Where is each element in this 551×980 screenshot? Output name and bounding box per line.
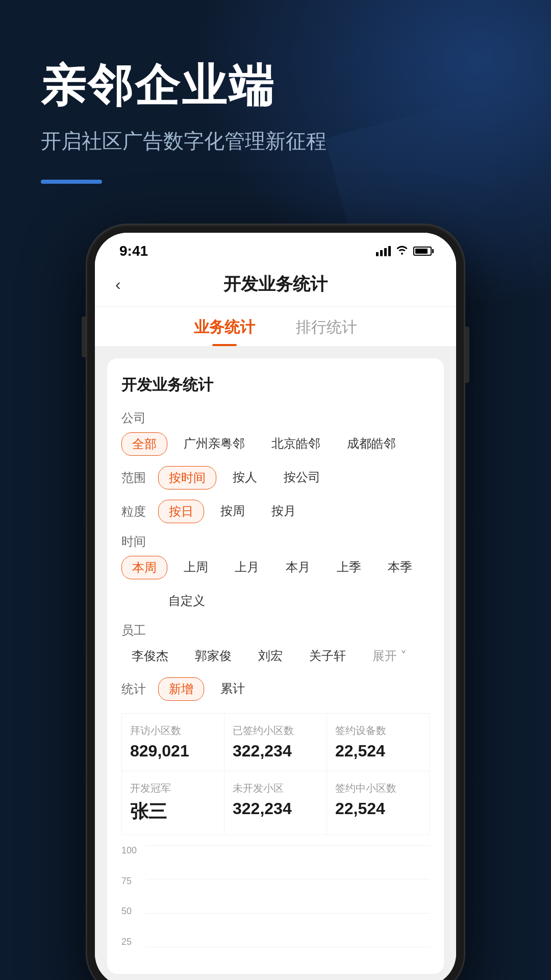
metric-cell-3: 签约设备数 22,524 <box>327 714 430 771</box>
time-custom-row: 自定义 <box>121 590 430 612</box>
metric-cell-4: 开发冠军 张三 <box>122 771 224 835</box>
tag-stats-total[interactable]: 累计 <box>210 677 255 701</box>
chart-y-labels: 100 75 50 25 <box>121 845 141 958</box>
stats-tags: 新增 累计 <box>158 677 255 701</box>
metric-label-2: 已签约小区数 <box>233 724 318 738</box>
staff-tags: 李俊杰 郭家俊 刘宏 关子轩 展开 ˅ <box>121 645 417 667</box>
tag-range-company[interactable]: 按公司 <box>273 466 331 489</box>
tag-staff-expand[interactable]: 展开 ˅ <box>362 645 417 667</box>
stats-type-filter-row: 统计 新增 累计 <box>121 677 430 701</box>
metric-label-1: 拜访小区数 <box>130 724 216 738</box>
y-label-100: 100 <box>121 845 137 856</box>
company-label: 公司 <box>121 410 152 426</box>
stats-card: 开发业务统计 公司 全部 广州亲粤邻 北京皓邻 成都皓邻 范围 <box>107 358 444 974</box>
metric-value-5: 322,234 <box>233 799 318 818</box>
phone-screen: 9:41 <box>95 233 456 980</box>
chart-area: 100 75 50 25 <box>121 845 430 958</box>
metric-label-6: 签约中小区数 <box>335 781 421 795</box>
tag-gran-day[interactable]: 按日 <box>158 500 204 523</box>
time-tags: 本周 上周 上月 本月 上季 本季 <box>121 556 422 579</box>
granularity-label: 粒度 <box>121 503 152 520</box>
tag-staff-1[interactable]: 李俊杰 <box>121 645 179 667</box>
range-label: 范围 <box>121 470 152 486</box>
metric-cell-1: 拜访小区数 829,021 <box>122 714 224 771</box>
staff-filter-row: 员工 李俊杰 郭家俊 刘宏 关子轩 展开 ˅ <box>121 622 430 667</box>
page-title: 开发业务统计 <box>223 273 328 296</box>
company-tags: 全部 广州亲粤邻 北京皓邻 成都皓邻 <box>121 432 406 456</box>
company-filter-row: 公司 全部 广州亲粤邻 北京皓邻 成都皓邻 <box>121 410 430 456</box>
tab-bar: 业务统计 排行统计 <box>95 307 456 346</box>
tag-time-lastweek[interactable]: 上周 <box>173 556 218 579</box>
metric-cell-2: 已签约小区数 322,234 <box>224 714 327 771</box>
metrics-grid: 拜访小区数 829,021 已签约小区数 322,234 签约设备数 22,52… <box>121 713 430 835</box>
tag-time-thismonth[interactable]: 本月 <box>276 556 320 579</box>
metric-value-2: 322,234 <box>233 742 318 761</box>
tag-gran-month[interactable]: 按月 <box>261 500 306 523</box>
signal-icon <box>376 246 391 256</box>
y-label-25: 25 <box>121 937 137 947</box>
tab-ranking-stats[interactable]: 排行统计 <box>296 317 357 346</box>
range-filter-row: 范围 按时间 按人 按公司 <box>121 466 430 489</box>
stats-label: 统计 <box>121 681 152 697</box>
metric-label-4: 开发冠军 <box>130 781 216 795</box>
tag-staff-4[interactable]: 关子轩 <box>299 645 356 667</box>
phone-mockup: 9:41 <box>87 225 464 980</box>
tag-range-person[interactable]: 按人 <box>222 466 267 489</box>
back-button[interactable]: ‹ <box>115 275 121 294</box>
wifi-icon <box>396 245 408 258</box>
hero-underline <box>41 180 102 184</box>
tab-business-stats[interactable]: 业务统计 <box>194 317 255 346</box>
status-time: 9:41 <box>119 243 148 259</box>
content-area: 开发业务统计 公司 全部 广州亲粤邻 北京皓邻 成都皓邻 范围 <box>95 346 456 980</box>
tag-gran-week[interactable]: 按周 <box>210 500 255 523</box>
tag-range-time[interactable]: 按时间 <box>158 466 216 489</box>
y-label-75: 75 <box>121 876 137 887</box>
tag-time-lastmonth[interactable]: 上月 <box>224 556 269 579</box>
granularity-filter-row: 粒度 按日 按周 按月 <box>121 500 430 523</box>
metric-value-4: 张三 <box>130 799 216 824</box>
time-filter-row: 时间 本周 上周 上月 本月 上季 本季 <box>121 533 430 579</box>
status-icons <box>376 245 432 258</box>
granularity-tags: 按日 按周 按月 <box>158 500 306 523</box>
tag-company-bj[interactable]: 北京皓邻 <box>261 432 331 456</box>
status-bar: 9:41 <box>95 233 456 264</box>
tag-time-thisquarter[interactable]: 本季 <box>378 556 422 579</box>
phone-frame: 9:41 <box>87 225 464 980</box>
metric-value-3: 22,524 <box>335 742 421 761</box>
chart-bars <box>146 853 395 949</box>
y-label-50: 50 <box>121 906 137 917</box>
hero-title: 亲邻企业端 <box>41 61 510 111</box>
hero-subtitle: 开启社区广告数字化管理新征程 <box>41 127 510 155</box>
tag-time-custom[interactable]: 自定义 <box>158 590 215 612</box>
tag-company-gz[interactable]: 广州亲粤邻 <box>173 432 255 456</box>
staff-label: 员工 <box>121 622 152 639</box>
metric-cell-5: 未开发小区 322,234 <box>224 771 327 835</box>
tag-time-thisweek[interactable]: 本周 <box>121 556 167 579</box>
metric-cell-6: 签约中小区数 22,524 <box>327 771 430 835</box>
metric-label-5: 未开发小区 <box>233 781 318 795</box>
tag-staff-3[interactable]: 刘宏 <box>248 645 293 667</box>
tag-stats-new[interactable]: 新增 <box>158 677 204 701</box>
hero-section: 亲邻企业端 开启社区广告数字化管理新征程 <box>0 0 551 214</box>
tag-company-all[interactable]: 全部 <box>121 432 167 456</box>
metric-label-3: 签约设备数 <box>335 724 421 738</box>
card-title: 开发业务统计 <box>121 375 430 396</box>
tag-time-lastquarter[interactable]: 上季 <box>327 556 371 579</box>
metric-value-6: 22,524 <box>335 799 421 818</box>
time-label: 时间 <box>121 533 152 550</box>
range-tags: 按时间 按人 按公司 <box>158 466 331 489</box>
tag-staff-2[interactable]: 郭家俊 <box>185 645 242 667</box>
tag-company-cd[interactable]: 成都皓邻 <box>337 432 406 456</box>
battery-icon <box>413 247 432 256</box>
metric-value-1: 829,021 <box>130 742 216 761</box>
nav-bar: ‹ 开发业务统计 <box>95 264 456 307</box>
